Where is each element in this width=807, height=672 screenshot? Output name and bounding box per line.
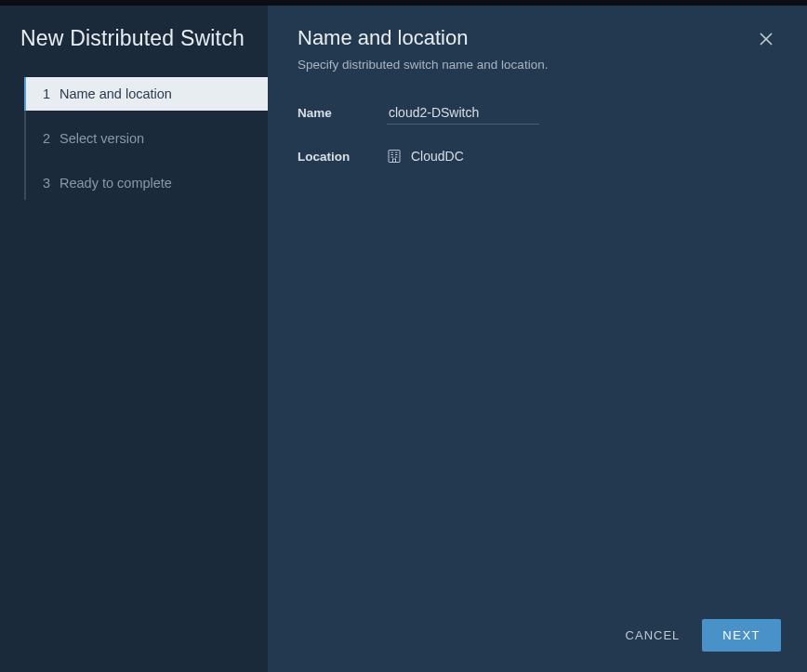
- form-row-name: Name: [298, 101, 777, 125]
- step-name-and-location[interactable]: 1 Name and location: [24, 77, 268, 111]
- form-row-location: Location Clou: [298, 149, 777, 164]
- step-label: Select version: [60, 131, 144, 146]
- location-value: CloudDC: [387, 149, 464, 164]
- close-button[interactable]: [755, 28, 777, 54]
- step-number: 2: [43, 131, 60, 146]
- cancel-button[interactable]: CANCEL: [622, 621, 684, 650]
- wizard-sidebar: New Distributed Switch 1 Name and locati…: [0, 6, 268, 672]
- wizard-title: New Distributed Switch: [0, 26, 268, 77]
- datacenter-icon: [387, 149, 402, 164]
- main-header: Name and location Specify distributed sw…: [268, 6, 807, 85]
- main-header-text: Name and location Specify distributed sw…: [298, 26, 755, 72]
- location-label: Location: [298, 150, 387, 164]
- wizard-footer: CANCEL NEXT: [268, 602, 807, 672]
- wizard-steps: 1 Name and location 2 Select version 3 R…: [24, 77, 268, 200]
- step-number: 1: [43, 86, 60, 101]
- location-text: CloudDC: [411, 149, 464, 164]
- next-button[interactable]: NEXT: [702, 619, 781, 652]
- step-number: 3: [43, 176, 60, 191]
- name-label: Name: [298, 106, 387, 120]
- svg-rect-9: [393, 159, 396, 163]
- step-select-version[interactable]: 2 Select version: [26, 122, 268, 155]
- form-area: Name Location: [268, 85, 807, 602]
- step-label: Name and location: [60, 86, 172, 101]
- step-ready-to-complete[interactable]: 3 Ready to complete: [26, 166, 268, 200]
- svg-rect-2: [389, 151, 400, 163]
- step-label: Ready to complete: [60, 176, 172, 191]
- wizard-main: Name and location Specify distributed sw…: [268, 6, 807, 672]
- name-input[interactable]: [387, 101, 539, 125]
- wizard-dialog: New Distributed Switch 1 Name and locati…: [0, 0, 807, 672]
- close-icon: [759, 33, 774, 49]
- page-title: Name and location: [298, 26, 755, 50]
- page-subtitle: Specify distributed switch name and loca…: [298, 58, 755, 72]
